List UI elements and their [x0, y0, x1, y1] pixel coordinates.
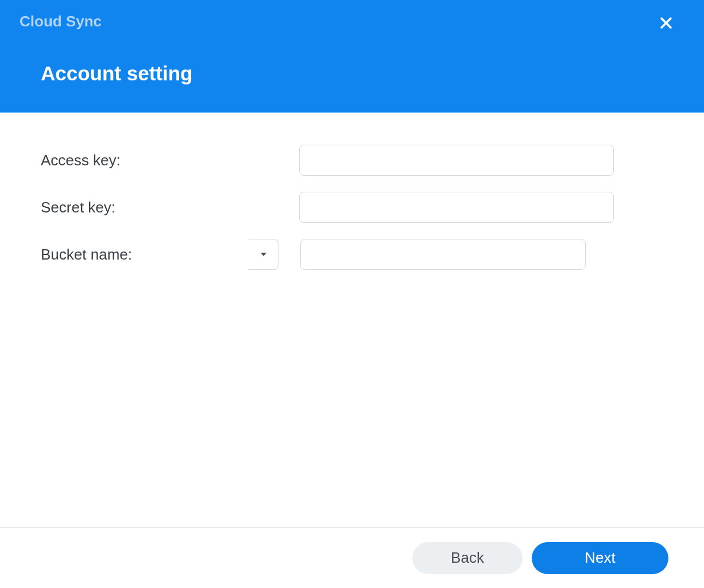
bucket-controls — [249, 239, 586, 270]
access-key-input[interactable] — [299, 145, 614, 176]
secret-key-label: Secret key: — [41, 199, 249, 216]
close-icon — [659, 16, 673, 30]
close-button[interactable] — [658, 15, 674, 31]
chevron-down-icon — [260, 250, 268, 258]
form-content: Access key: Secret key: Bucket name: — [0, 113, 704, 270]
bucket-name-row: Bucket name: — [41, 239, 663, 270]
secret-key-input[interactable] — [299, 192, 614, 223]
bucket-dropdown[interactable] — [249, 239, 278, 270]
secret-key-row: Secret key: — [41, 192, 663, 223]
bucket-name-input[interactable] — [300, 239, 586, 270]
footer: Back Next — [0, 527, 704, 588]
page-title: Account setting — [41, 62, 192, 85]
header: Cloud Sync Account setting — [0, 0, 704, 113]
svg-marker-2 — [261, 253, 266, 256]
bucket-name-label: Bucket name: — [41, 246, 249, 264]
back-button[interactable]: Back — [412, 542, 523, 574]
access-key-row: Access key: — [41, 145, 663, 176]
access-key-label: Access key: — [41, 152, 249, 169]
next-button[interactable]: Next — [532, 542, 668, 574]
app-title: Cloud Sync — [20, 13, 102, 30]
